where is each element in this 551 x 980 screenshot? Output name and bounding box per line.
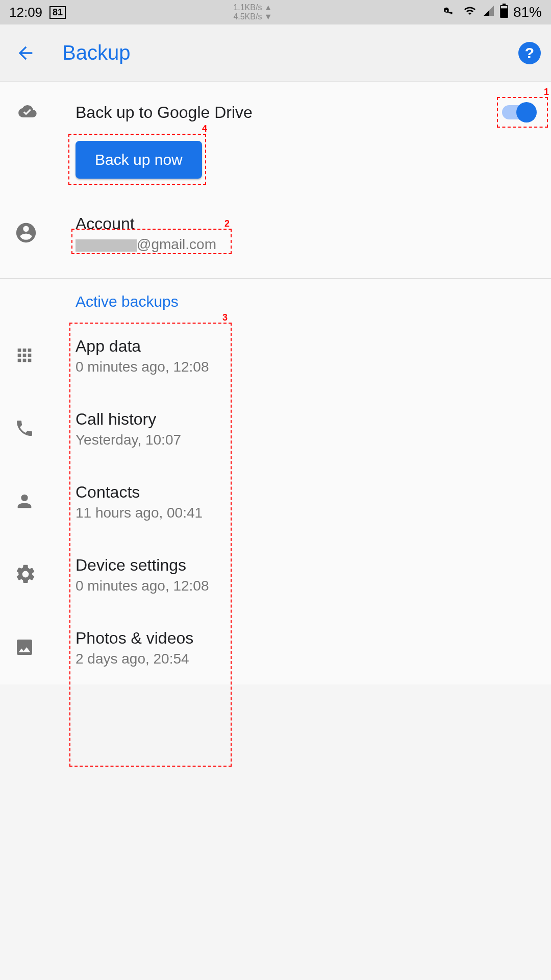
backup-toggle-row[interactable]: Back up to Google Drive 1 bbox=[0, 82, 551, 138]
backup-toggle-label: Back up to Google Drive bbox=[76, 103, 500, 122]
account-email: @gmail.com bbox=[76, 236, 537, 253]
app-header: Backup ? bbox=[0, 24, 551, 82]
backup-item-call-history[interactable]: Call historyYesterday, 10:07 bbox=[0, 393, 551, 465]
phone-icon bbox=[14, 418, 35, 440]
battery-percent: 81% bbox=[513, 4, 542, 20]
help-button[interactable]: ? bbox=[518, 42, 541, 64]
backup-item-title: Call history bbox=[76, 410, 537, 429]
account-circle-icon bbox=[14, 221, 38, 247]
backup-toggle-switch[interactable] bbox=[500, 102, 537, 122]
backup-item-title: Photos & videos bbox=[76, 629, 537, 648]
svg-rect-0 bbox=[501, 6, 507, 8]
status-date-box: 81 bbox=[49, 6, 66, 19]
backup-now-button[interactable]: Back up now bbox=[76, 141, 202, 179]
backup-now-row: Back up now 4 bbox=[0, 138, 551, 199]
back-button[interactable] bbox=[10, 38, 41, 68]
status-bar: 12:09 81 1.1KB/s ▲ 4.5KB/s ▼ 81% bbox=[0, 0, 551, 24]
image-icon bbox=[14, 637, 35, 659]
backup-item-app-data[interactable]: App data0 minutes ago, 12:08 bbox=[0, 320, 551, 393]
gear-icon bbox=[14, 563, 37, 587]
active-backups-header: Active backups bbox=[0, 279, 551, 320]
backup-item-subtitle: 0 minutes ago, 12:08 bbox=[76, 578, 537, 594]
backup-item-title: Contacts bbox=[76, 483, 537, 502]
backup-item-device-settings[interactable]: Device settings0 minutes ago, 12:08 bbox=[0, 538, 551, 611]
account-title: Account bbox=[76, 214, 537, 233]
redacted-email-user bbox=[76, 239, 137, 252]
backup-item-subtitle: 2 days ago, 20:54 bbox=[76, 651, 537, 667]
help-icon: ? bbox=[525, 44, 534, 62]
backup-item-title: App data bbox=[76, 337, 537, 356]
backup-item-subtitle: Yesterday, 10:07 bbox=[76, 432, 537, 448]
signal-icon bbox=[483, 5, 495, 20]
apps-icon bbox=[14, 345, 35, 368]
backup-item-title: Device settings bbox=[76, 556, 537, 575]
cloud-done-icon bbox=[14, 102, 41, 122]
status-network-speed: 1.1KB/s ▲ 4.5KB/s ▼ bbox=[233, 3, 272, 21]
battery-icon bbox=[500, 4, 508, 21]
vpn-key-icon bbox=[440, 5, 457, 20]
backup-item-subtitle: 11 hours ago, 00:41 bbox=[76, 505, 537, 521]
backup-item-photos-videos[interactable]: Photos & videos2 days ago, 20:54 bbox=[0, 611, 551, 684]
wifi-icon bbox=[462, 5, 478, 20]
backup-item-subtitle: 0 minutes ago, 12:08 bbox=[76, 359, 537, 375]
person-icon bbox=[14, 491, 35, 513]
account-row[interactable]: Account @gmail.com 2 bbox=[0, 199, 551, 278]
page-title: Backup bbox=[62, 41, 518, 64]
backup-item-contacts[interactable]: Contacts11 hours ago, 00:41 bbox=[0, 465, 551, 538]
status-time: 12:09 bbox=[9, 5, 42, 20]
